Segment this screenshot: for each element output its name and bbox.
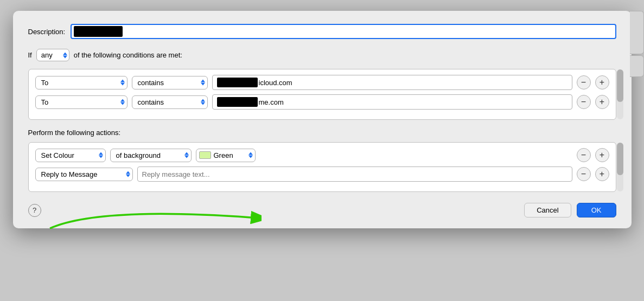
help-button[interactable]: ?: [28, 204, 41, 217]
remove-action-1[interactable]: −: [577, 148, 591, 162]
action-select-wrapper-2: Reply to Message Forward Message Redirec…: [35, 168, 133, 181]
actions-label: Perform the following actions:: [28, 129, 616, 137]
actions-scrollbar-thumb: [617, 143, 623, 175]
condition-row-2: To From Subject Any Recipient contains d…: [35, 94, 609, 110]
field-select-2[interactable]: To From Subject Any Recipient: [35, 95, 127, 109]
description-row: Description:: [28, 24, 616, 39]
color-select[interactable]: Green Red Orange Yellow Blue Purple Gray: [196, 149, 256, 162]
add-condition-1[interactable]: +: [595, 75, 609, 89]
add-condition-2[interactable]: +: [595, 95, 609, 109]
right-tab-1: [630, 11, 644, 54]
value-redacted-1: [217, 78, 258, 87]
action-select-wrapper-1: Set Colour Move Message Copy Message Mar…: [35, 149, 106, 162]
operator-select-1[interactable]: contains does not contain begins with en…: [132, 76, 208, 89]
if-label: If: [28, 51, 32, 59]
remove-condition-1[interactable]: −: [577, 75, 591, 89]
remove-action-2[interactable]: −: [577, 167, 591, 181]
action-select-2[interactable]: Reply to Message Forward Message Redirec…: [35, 168, 133, 181]
conditions-scrollbar[interactable]: [617, 69, 623, 119]
conditions-scrollbar-thumb: [617, 69, 623, 102]
value-suffix-2: me.com: [259, 98, 284, 106]
value-redacted-2: [217, 97, 258, 107]
ok-button[interactable]: OK: [577, 203, 616, 217]
field-select-1[interactable]: To From Subject Any Recipient: [35, 76, 127, 89]
value-suffix-1: icloud.com: [259, 79, 292, 87]
operator-select-wrapper-1: contains does not contain begins with en…: [132, 76, 208, 89]
description-redacted: [74, 26, 123, 37]
add-action-1[interactable]: +: [595, 148, 609, 162]
dialog-buttons: Cancel OK: [524, 203, 616, 217]
operator-select-wrapper-2: contains does not contain begins with en…: [132, 95, 208, 109]
right-tab-2: [630, 55, 644, 77]
rule-editor-dialog: Description: If any all none of the fo: [13, 11, 632, 228]
conditions-box: To From Subject Any Recipient contains d…: [28, 69, 616, 120]
value-field-2: me.com: [212, 94, 572, 110]
action-row-1: Set Colour Move Message Copy Message Mar…: [35, 148, 609, 162]
action-row-2: Reply to Message Forward Message Redirec…: [35, 166, 609, 182]
right-side-panels: [630, 11, 644, 290]
color-select-wrapper: Green Red Orange Yellow Blue Purple Gray: [196, 149, 256, 162]
remove-condition-2[interactable]: −: [577, 95, 591, 109]
field-select-wrapper-2: To From Subject Any Recipient: [35, 95, 127, 109]
actions-scrollbar[interactable]: [617, 143, 623, 191]
description-label: Description:: [28, 28, 66, 36]
condition-row-1: To From Subject Any Recipient contains d…: [35, 75, 609, 90]
modifier-select-wrapper-1: of background of text: [110, 149, 192, 162]
action-select-1[interactable]: Set Colour Move Message Copy Message Mar…: [35, 149, 106, 162]
actions-box: Set Colour Move Message Copy Message Mar…: [28, 142, 616, 192]
description-input[interactable]: [71, 24, 616, 39]
condition-type-select[interactable]: any all none: [36, 49, 69, 61]
green-arrow-annotation: [44, 201, 262, 234]
modifier-select-1[interactable]: of background of text: [110, 149, 192, 162]
condition-type-wrapper: any all none: [36, 49, 69, 61]
add-action-2[interactable]: +: [595, 167, 609, 181]
bottom-row: ? Cancel OK: [28, 203, 616, 217]
value-field-1: icloud.com: [212, 75, 572, 90]
reply-message-input[interactable]: [137, 166, 572, 182]
if-row: If any all none of the following conditi…: [28, 49, 616, 61]
cancel-button[interactable]: Cancel: [524, 203, 571, 217]
operator-select-2[interactable]: contains does not contain begins with en…: [132, 95, 208, 109]
if-suffix: of the following conditions are met:: [74, 51, 182, 59]
field-select-wrapper-1: To From Subject Any Recipient: [35, 76, 127, 89]
